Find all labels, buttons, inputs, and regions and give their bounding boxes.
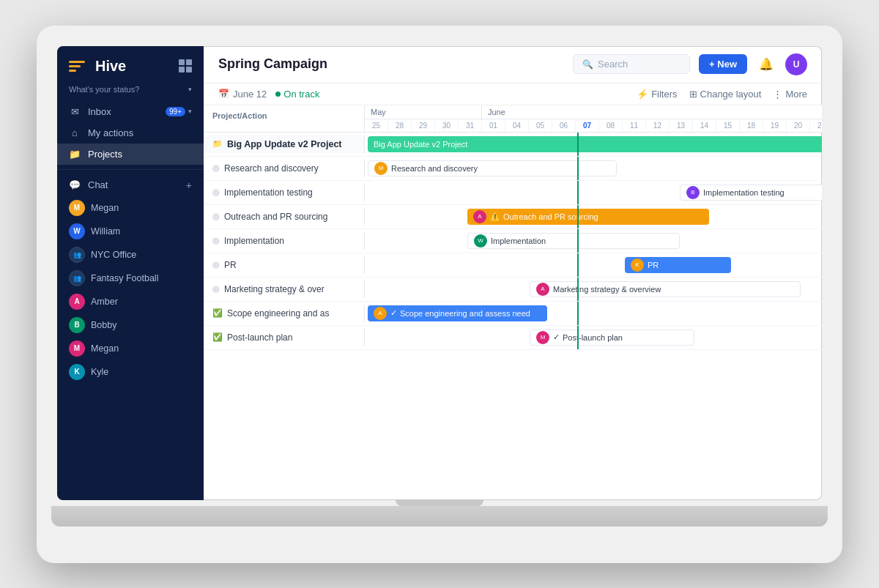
user-name-amber: Amber [91,297,118,307]
filters-button[interactable]: ⚡ Filters [637,89,677,100]
page-title: Spring Campaign [218,56,564,72]
laptop-screen: Hive What's your status? ▾ ✉ Inbox [57,46,822,500]
today-line-8 [577,302,579,325]
user-item-kyle[interactable]: K Kyle [57,360,204,384]
gantt-label-header: Project/Action [204,105,365,132]
sidebar-item-inbox[interactable]: ✉ Inbox 99+ ▾ [57,101,204,122]
outreach-avatar: A [473,210,486,223]
avatar-kyle: K [69,364,85,380]
user-item-amber[interactable]: A Amber [57,290,204,313]
user-item-megan2[interactable]: M Megan [57,337,204,360]
user-item-fantasy[interactable]: 👥 Fantasy Football [57,267,204,290]
impl-testing-text: Implementation testing [224,187,313,198]
change-layout-button[interactable]: ⊞ Change layout [689,89,762,100]
grid-icon[interactable] [179,59,192,72]
inbox-right: 99+ ▾ [163,107,192,116]
day-30: 30 [435,119,459,132]
status-label[interactable]: What's your status? [69,85,139,94]
day-04: 04 [505,119,529,132]
implementation-bar-label: Implementation [491,237,546,245]
project-row-label: 📁 Big App Update v2 Project [204,135,365,153]
outreach-label: ◎ Outreach and PR sourcing [204,208,365,226]
scope-check-icon: ✅ [212,308,223,318]
marketing-bar-label: Marketing strategy & overview [553,285,661,294]
impl-testing-bar-label: Implementation testing [703,188,785,197]
scope-bar-label: Scope engineering and assess need [400,309,530,318]
sidebar-item-actions[interactable]: ⌂ My actions [57,122,204,144]
day-31: 31 [459,119,482,132]
sidebar-logo: Hive [57,46,204,82]
sidebar-item-chat[interactable]: 💬 Chat + [57,174,204,196]
sidebar-item-projects[interactable]: 📁 Projects [57,144,204,165]
research-bar[interactable]: M Research and discovery [368,160,617,176]
today-line-5 [577,229,579,253]
new-button[interactable]: + New [699,54,747,74]
gantt-body: 📁 Big App Update v2 Project Big App Upda… [204,133,822,500]
user-name-megan2: Megan [91,343,119,354]
marketing-avatar: A [536,283,549,296]
user-name-fantasy: Fantasy Football [91,273,158,283]
user-item-nyc[interactable]: 👥 NYC Office [57,243,204,267]
hive-logo-icon [69,58,89,74]
project-bar[interactable]: Big App Update v2 Project [368,136,822,152]
actions-icon: ⌂ [69,127,81,138]
search-box[interactable]: 🔍 Search [573,54,690,74]
notification-button[interactable]: 🔔 [756,54,776,74]
month-june: June [482,105,511,119]
day-11: 11 [623,119,646,132]
implementation-text: Implementation [224,236,284,246]
more-button[interactable]: ⋮ More [773,89,807,100]
user-avatar[interactable]: U [785,53,807,75]
status-text: On track [283,89,319,100]
gantt-row-impl-testing: ◎ Implementation testing B Implementatio… [204,181,822,205]
gantt-header: Project/Action May June 25 [204,105,822,133]
layout-label: Change layout [700,89,762,100]
scope-bar[interactable]: A ✓ Scope engineering and assess need [368,305,547,321]
marketing-icon: ◎ [212,284,220,294]
marketing-bar[interactable]: A Marketing strategy & overview [530,281,801,297]
implementation-bar[interactable]: W Implementation [467,233,680,249]
projects-icon: 📁 [69,149,81,160]
marketing-label: ◎ Marketing strategy & over [204,280,365,298]
day-01: 01 [482,119,505,132]
bell-icon: 🔔 [759,58,774,70]
implementation-bar-container: W Implementation [365,229,822,253]
impl-testing-label: ◎ Implementation testing [204,184,365,201]
scope-bar-container: A ✓ Scope engineering and assess need [365,302,822,325]
laptop-base [51,506,828,526]
gantt-row-scope: ✅ Scope engineering and as A ✓ Scope eng… [204,302,822,326]
actions-label: My actions [88,127,133,138]
pr-bar[interactable]: K PR [625,257,731,273]
user-name-megan1: Megan [91,203,119,213]
pr-icon: ◎ [212,260,220,269]
main-area: Spring Campaign 🔍 Search + New 🔔 U 📅 [204,46,822,500]
avatar-amber: A [69,294,85,310]
user-item-william[interactable]: W William [57,220,204,243]
impl-testing-avatar: B [686,186,700,199]
implementation-label: ◎ Implementation [204,232,365,250]
subbar-right: ⚡ Filters ⊞ Change layout ⋮ More [637,89,807,100]
inbox-badge: 99+ [166,107,185,116]
status-bar[interactable]: What's your status? ▾ [57,82,204,101]
status-indicator: On track [275,89,319,100]
user-item-megan1[interactable]: M Megan [57,196,204,220]
research-status-icon: ◎ [212,163,220,173]
postlaunch-check: ✓ [553,332,560,342]
postlaunch-bar[interactable]: M ✓ Post-launch plan [530,330,694,346]
impl-testing-bar[interactable]: B Implementation testing [680,185,822,201]
gantt-row-implementation: ◎ Implementation W Implementation [204,229,822,253]
user-item-bobby[interactable]: B Bobby [57,313,204,337]
calendar-icon: 📅 [218,89,229,99]
today-line-9 [577,326,579,349]
project-gantt-bar-container: Big App Update v2 Project [365,133,822,156]
add-chat-icon[interactable]: + [186,179,192,191]
day-21: 21 [810,119,822,132]
outreach-bar[interactable]: A ⚠️ Outreach and PR sourcing [467,209,709,225]
outreach-bar-container: A ⚠️ Outreach and PR sourcing [365,205,822,228]
new-button-label: + New [709,59,737,70]
day-08: 08 [599,119,623,132]
outreach-text: Outreach and PR sourcing [224,212,327,222]
gantt-row-pr: ◎ PR K PR [204,253,822,278]
day-headers: 25 28 29 30 31 01 04 05 06 07 08 11 [365,119,822,132]
outreach-icon: ◎ [212,212,220,221]
